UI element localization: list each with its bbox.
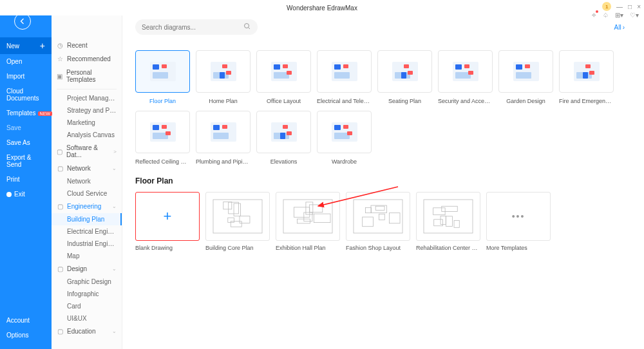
template-thumbnail (346, 192, 410, 241)
search-box[interactable] (135, 19, 258, 35)
category-card[interactable]: Office Layout (256, 50, 311, 104)
sidebar-item-options[interactable]: Options (0, 328, 52, 343)
cat-group-design[interactable]: ▢Design⌄ (52, 262, 122, 276)
activity-icon[interactable]: ✧ (591, 12, 596, 19)
template-card[interactable]: Building Core Plan (205, 192, 270, 251)
card-label: Office Layout (256, 98, 311, 104)
cat-group-software-dat-[interactable]: ▢Software & Dat...> (52, 141, 122, 162)
search-input[interactable] (142, 24, 243, 31)
cat-sub-ui-ux[interactable]: UI&UX (52, 312, 122, 325)
cat-group-engineering[interactable]: ▢Engineering⌄ (52, 200, 122, 213)
title-bar: Wondershare EdrawMax 1 — □ × ✧ ♤ ⊞▾ ♡▾ (0, 0, 644, 15)
cat-sub-card[interactable]: Card (52, 300, 122, 312)
cat-sub-strategy-and-planni-[interactable]: Strategy and Planni... (52, 104, 122, 117)
apps-icon[interactable]: ⊞▾ (615, 12, 623, 19)
sidebar-item-cloud-documents[interactable]: Cloud Documents (0, 84, 52, 106)
sidebar-item-export-send[interactable]: Export & Send (0, 150, 52, 172)
cat-recent[interactable]: ◷Recent (52, 39, 122, 52)
cat-sub-graphic-design[interactable]: Graphic Design (52, 276, 122, 288)
category-card[interactable]: Reflected Ceiling Plan (135, 111, 190, 165)
cat-sub-analysis-canvas[interactable]: Analysis Canvas (52, 129, 122, 141)
cat-group-network[interactable]: ▢Network⌄ (52, 162, 122, 175)
template-label: Rehabilitation Center Floor Pl... (416, 245, 480, 251)
category-card[interactable]: Home Plan (196, 50, 251, 104)
all-link[interactable]: All› (614, 24, 625, 31)
template-more[interactable]: •••More Templates (486, 192, 551, 251)
category-cards-row: Reflected Ceiling PlanPlumbing and Pipin… (135, 111, 631, 165)
cat-sub-electrical-engineering[interactable]: Electrical Engineering (52, 225, 122, 238)
cat-sub-industrial-engineeri-[interactable]: Industrial Engineeri... (52, 238, 122, 250)
sidebar-item-label: Options (6, 332, 28, 339)
sidebar-item-import[interactable]: Import (0, 69, 52, 84)
sidebar-item-label: TemplatesNEW (6, 109, 52, 117)
card-label: Elevations (256, 158, 311, 165)
cat-sub-map[interactable]: Map (52, 250, 122, 262)
svg-rect-2 (240, 216, 250, 223)
card-label: Plumbing and Piping ... (196, 158, 251, 165)
category-icon: ▢ (57, 328, 63, 335)
sidebar-item-label: Export & Send (6, 154, 45, 168)
sidebar-item-label: Account (6, 317, 30, 324)
chevron-right-icon: › (623, 24, 625, 31)
cat-personal-templates[interactable]: ▣Personal Templates (52, 66, 122, 86)
category-sidebar: ◷Recent ☆Recommended ▣Personal Templates… (52, 0, 122, 349)
cat-sub-building-plan[interactable]: Building Plan (52, 213, 122, 225)
category-card[interactable]: Plumbing and Piping ... (196, 111, 251, 165)
notification-badge[interactable]: 1 (602, 2, 611, 11)
sidebar-item-label: Exit (14, 191, 25, 198)
category-card[interactable]: Fire and Emergency Pl... (559, 50, 614, 104)
sidebar-item-account[interactable]: Account (0, 313, 52, 328)
card-label: Garden Design (498, 98, 553, 104)
svg-rect-7 (234, 203, 240, 216)
category-card[interactable]: Elevations (256, 111, 311, 165)
sidebar-item-templates[interactable]: TemplatesNEW (0, 106, 52, 120)
cat-sub-infographic[interactable]: Infographic (52, 288, 122, 300)
card-label: Electrical and Telecom... (317, 98, 372, 104)
card-thumbnail (438, 50, 493, 93)
category-card[interactable]: Garden Design (498, 50, 553, 104)
cat-sub-cloud-service[interactable]: Cloud Service (52, 187, 122, 200)
category-card[interactable]: Seating Plan (377, 50, 432, 104)
maximize-icon[interactable]: □ (628, 3, 632, 10)
sidebar-item-exit[interactable]: Exit (0, 187, 52, 202)
category-card[interactable]: Security and Access Pl... (438, 50, 493, 104)
sidebar-item-save[interactable]: Save (0, 120, 52, 135)
cat-group-education[interactable]: ▢Education⌄ (52, 325, 122, 338)
cat-sub-marketing[interactable]: Marketing (52, 117, 122, 129)
cat-recommended[interactable]: ☆Recommended (52, 52, 122, 66)
template-card[interactable]: Exhibition Hall Plan (276, 192, 340, 251)
bell-icon[interactable]: ♤ (603, 12, 609, 19)
category-card[interactable]: Floor Plan (135, 50, 190, 104)
template-card[interactable]: Rehabilitation Center Floor Pl... (416, 192, 480, 251)
category-icon: ▢ (57, 203, 63, 210)
chevron-icon: ⌄ (112, 328, 117, 334)
cat-label: Recent (67, 42, 88, 49)
template-thumbnail (205, 192, 270, 241)
card-thumbnail (135, 111, 190, 153)
template-label: Fashion Shop Layout (346, 245, 410, 251)
template-label: Blank Drawing (135, 245, 200, 251)
template-card[interactable]: Fashion Shop Layout (346, 192, 410, 251)
sidebar-item-save-as[interactable]: Save As (0, 135, 52, 150)
sidebar-item-print[interactable]: Print (0, 172, 52, 187)
sidebar-item-open[interactable]: Open (0, 54, 52, 69)
close-icon[interactable]: × (637, 3, 641, 10)
template-label: More Templates (486, 245, 551, 251)
cart-icon[interactable]: ♡▾ (630, 12, 639, 19)
category-card[interactable]: Electrical and Telecom... (317, 50, 372, 104)
star-icon: ☆ (57, 56, 63, 62)
cat-sub-network[interactable]: Network (52, 175, 122, 187)
primary-sidebar: New + Open Import Cloud Documents Templa… (0, 0, 52, 349)
minimize-icon[interactable]: — (616, 3, 623, 10)
cat-sub-project-management[interactable]: Project Management (52, 92, 122, 104)
template-row: +Blank DrawingBuilding Core PlanExhibiti… (135, 192, 631, 251)
sidebar-item-new[interactable]: New + (0, 37, 52, 54)
search-icon[interactable] (243, 23, 251, 32)
category-card[interactable]: Wardrobe (317, 111, 372, 165)
svg-rect-17 (375, 206, 384, 210)
template-blank-drawing[interactable]: +Blank Drawing (135, 192, 200, 251)
folder-icon: ▣ (57, 73, 62, 79)
header-secondary-controls: ✧ ♤ ⊞▾ ♡▾ (591, 12, 639, 19)
svg-rect-16 (379, 214, 384, 220)
sidebar-item-label: Cloud Documents (6, 88, 45, 102)
